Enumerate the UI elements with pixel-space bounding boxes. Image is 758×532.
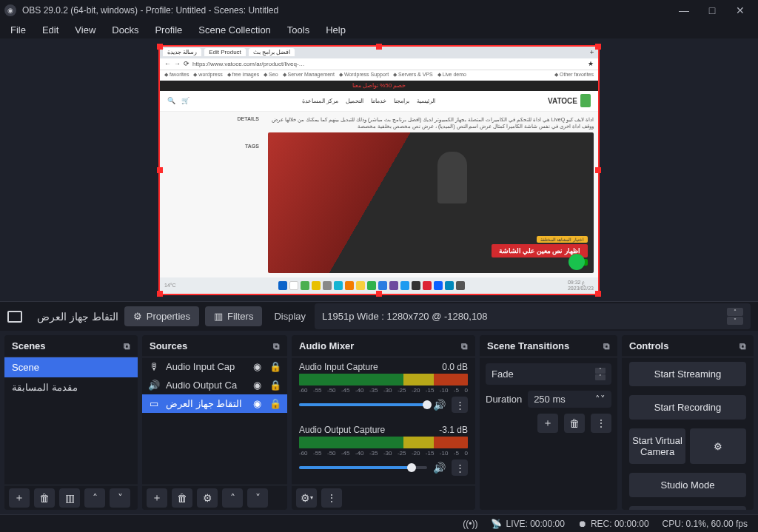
menu-scene-collection[interactable]: Scene Collection <box>191 22 278 38</box>
source-item[interactable]: 🔊 Audio Output Ca ◉ 🔒 <box>142 376 287 394</box>
display-up[interactable]: ˄ <box>727 308 743 316</box>
mixer-channel: Audio Input Capture0.0 dB -60-55-50-45-4… <box>292 357 475 420</box>
duration-input[interactable]: 250 ms ˄˅ <box>528 391 611 408</box>
source-item[interactable]: ▭ التقاط جهاز العرض ◉ 🔒 <box>142 394 287 413</box>
scene-item[interactable]: Scene <box>4 357 138 377</box>
panels-row: Scenes⧉ Scene مقدمة المسابقة ＋ 🗑 ▥ ˄ ˅ S… <box>0 331 758 514</box>
virtual-camera-settings-button[interactable]: ⚙ <box>690 428 746 464</box>
transition-add-button[interactable]: ＋ <box>537 414 558 433</box>
channel-more-button[interactable]: ⋮ <box>452 459 468 476</box>
titlebar: ◉ OBS 29.0.2 (64-bit, windows) - Profile… <box>0 0 758 21</box>
start-streaming-button[interactable]: Start Streaming <box>629 362 746 386</box>
properties-button[interactable]: ⚙Properties <box>124 306 199 326</box>
audio-mixer-panel: Audio Mixer⧉ Audio Input Capture0.0 dB -… <box>292 335 475 510</box>
scenes-title: Scenes <box>12 340 46 351</box>
display-capture-icon <box>7 311 22 323</box>
display-select[interactable]: L1951p Wide : 1280x720 @ -1280,108 ˄˅ <box>315 303 751 329</box>
window-title: OBS 29.0.2 (64-bit, windows) - Profile: … <box>22 5 677 16</box>
vu-meter <box>299 374 468 385</box>
volume-slider[interactable] <box>299 403 427 406</box>
controls-panel: Controls⧉ Start Streaming Start Recordin… <box>622 335 754 510</box>
transition-remove-button[interactable]: 🗑 <box>564 414 585 433</box>
transitions-popout-icon[interactable]: ⧉ <box>603 341 610 351</box>
scene-down-button[interactable]: ˅ <box>110 488 130 508</box>
volume-slider[interactable] <box>299 466 427 469</box>
filters-icon: ▥ <box>214 311 223 322</box>
vu-meter <box>299 437 468 448</box>
preview-canvas[interactable]: رسالة جديدةEdit Productافضل برامج بث＋ ←→… <box>160 47 598 294</box>
display-down[interactable]: ˅ <box>727 317 743 325</box>
start-recording-button[interactable]: Start Recording <box>629 395 746 420</box>
settings-button[interactable]: Settings <box>629 506 746 510</box>
mute-button[interactable]: 🔊 <box>433 399 446 411</box>
status-rec: REC: 00:00:00 <box>591 519 649 529</box>
display-icon: ▭ <box>148 398 160 409</box>
studio-mode-button[interactable]: Studio Mode <box>629 473 746 497</box>
mixer-popout-icon[interactable]: ⧉ <box>461 341 468 351</box>
start-virtual-camera-button[interactable]: Start Virtual Camera <box>629 428 685 464</box>
controls-title: Controls <box>629 340 668 351</box>
lock-toggle[interactable]: 🔒 <box>269 380 281 391</box>
close-button[interactable]: ✕ <box>733 4 748 16</box>
selected-source-label: التقاط جهاز العرض <box>37 311 118 323</box>
mute-button[interactable]: 🔊 <box>433 462 446 474</box>
sources-panel: Sources⧉ 🎙 Audio Input Cap ◉ 🔒 🔊 Audio O… <box>142 335 287 510</box>
display-label: Display <box>274 311 306 322</box>
gear-icon: ⚙ <box>133 311 142 322</box>
scenes-list: Scene مقدمة المسابقة <box>4 357 138 485</box>
scenes-popout-icon[interactable]: ⧉ <box>124 341 130 351</box>
source-down-button[interactable]: ˅ <box>247 488 268 508</box>
mic-icon: 🎙 <box>148 361 160 372</box>
source-remove-button[interactable]: 🗑 <box>172 488 192 508</box>
scenes-panel: Scenes⧉ Scene مقدمة المسابقة ＋ 🗑 ▥ ˄ ˅ <box>4 335 138 510</box>
menu-file[interactable]: File <box>3 22 33 38</box>
mixer-channel: Audio Output Capture-3.1 dB -60-55-50-45… <box>292 420 475 483</box>
mixer-more-button[interactable]: ⋮ <box>321 488 342 508</box>
scene-add-button[interactable]: ＋ <box>9 488 30 508</box>
preview-area[interactable]: رسالة جديدةEdit Productافضل برامج بث＋ ←→… <box>0 38 758 301</box>
menu-profile[interactable]: Profile <box>147 22 190 38</box>
menu-help[interactable]: Help <box>318 22 353 38</box>
record-icon: ⏺ <box>578 519 587 529</box>
menubar: File Edit View Docks Profile Scene Colle… <box>0 21 758 38</box>
scene-item[interactable]: مقدمة المسابقة <box>4 377 138 397</box>
visibility-toggle[interactable]: ◉ <box>250 361 264 372</box>
transition-select[interactable]: Fade ˄˅ <box>486 363 611 385</box>
source-item[interactable]: 🎙 Audio Input Cap ◉ 🔒 <box>142 357 287 376</box>
scene-up-button[interactable]: ˄ <box>84 488 105 508</box>
duration-label: Duration <box>486 394 522 405</box>
source-add-button[interactable]: ＋ <box>147 488 167 508</box>
scene-remove-button[interactable]: 🗑 <box>34 488 55 508</box>
lock-toggle[interactable]: 🔒 <box>269 398 281 409</box>
status-network-icon: ((•)) <box>463 519 477 529</box>
source-up-button[interactable]: ˄ <box>222 488 243 508</box>
lock-toggle[interactable]: 🔒 <box>269 361 281 372</box>
obs-logo-icon: ◉ <box>4 4 16 16</box>
transitions-title: Scene Transitions <box>487 340 569 351</box>
mixer-title: Audio Mixer <box>299 340 354 351</box>
menu-tools[interactable]: Tools <box>280 22 317 38</box>
channel-more-button[interactable]: ⋮ <box>452 397 468 413</box>
minimize-button[interactable]: ― <box>677 4 691 16</box>
source-toolbar: التقاط جهاز العرض ⚙Properties ▥Filters D… <box>0 301 758 331</box>
mixer-body: Audio Input Capture0.0 dB -60-55-50-45-4… <box>292 357 475 485</box>
mixer-advanced-button[interactable]: ⚙▾ <box>296 488 317 508</box>
visibility-toggle[interactable]: ◉ <box>250 380 264 391</box>
sources-title: Sources <box>150 340 187 351</box>
status-cpu: CPU: 0.1%, 60.00 fps <box>663 519 748 529</box>
scene-filter-button[interactable]: ▥ <box>59 488 80 508</box>
controls-popout-icon[interactable]: ⧉ <box>739 341 746 351</box>
transition-more-button[interactable]: ⋮ <box>591 414 611 433</box>
transitions-panel: Scene Transitions⧉ Fade ˄˅ Duration 250 … <box>480 335 617 510</box>
preview-content: رسالة جديدةEdit Productافضل برامج بث＋ ←→… <box>160 47 598 294</box>
filters-button[interactable]: ▥Filters <box>205 306 262 326</box>
sources-list: 🎙 Audio Input Cap ◉ 🔒 🔊 Audio Output Ca … <box>142 357 287 485</box>
menu-view[interactable]: View <box>67 22 103 38</box>
sources-popout-icon[interactable]: ⧉ <box>273 341 280 351</box>
menu-docks[interactable]: Docks <box>104 22 146 38</box>
menu-edit[interactable]: Edit <box>35 22 66 38</box>
visibility-toggle[interactable]: ◉ <box>250 398 264 409</box>
broadcast-icon: 📡 <box>491 519 502 529</box>
maximize-button[interactable]: □ <box>705 4 720 16</box>
source-props-button[interactable]: ⚙ <box>197 488 218 508</box>
